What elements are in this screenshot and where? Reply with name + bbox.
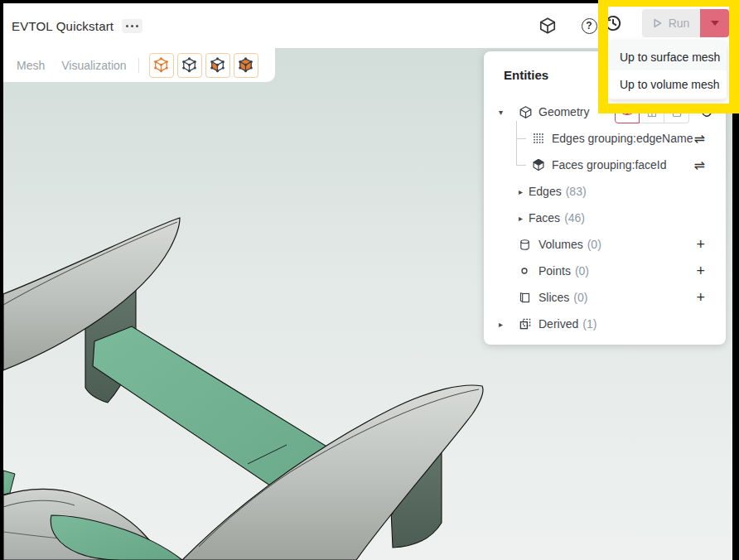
volume-cube-icon-button[interactable] <box>234 53 258 78</box>
tree-row-points[interactable]: Points(0)+ <box>484 258 726 284</box>
tree-row-label: Points <box>539 264 571 278</box>
tree-row-count: (0) <box>587 238 601 251</box>
highlight-box: Run Up to surface meshUp to volume mesh <box>598 0 739 113</box>
run-menu-item[interactable]: Up to volume mesh <box>608 70 727 98</box>
tree-row-count: (46) <box>564 211 585 224</box>
model-cube-icon[interactable] <box>537 15 558 36</box>
tree-row-count: (0) <box>575 264 589 278</box>
tree-row-label: Faces <box>529 211 560 224</box>
tree-row-count: (1) <box>582 317 597 331</box>
derived-icon <box>519 317 539 331</box>
run-dropdown-button[interactable] <box>700 9 729 37</box>
slice-icon <box>519 292 539 304</box>
volume-icon <box>519 239 539 251</box>
point-icon <box>519 265 539 277</box>
tree-row-label: Edges grouping:edgeName <box>552 132 693 145</box>
regroup-swap-icon[interactable]: ⇌ <box>694 157 705 173</box>
tree-row-derived[interactable]: ▸Derived(1) <box>484 311 726 337</box>
surface-cube-icon-button[interactable] <box>205 53 230 78</box>
expand-arrow-icon[interactable]: ▸ <box>497 320 519 329</box>
tree-row-count: (83) <box>566 185 587 198</box>
add-entity-button[interactable]: + <box>696 236 705 253</box>
wireframe-cube-icon-button[interactable] <box>149 53 174 78</box>
play-icon <box>653 18 662 28</box>
collapse-arrow-icon[interactable]: ▾ <box>497 108 519 117</box>
highlight-window: Run Up to surface meshUp to volume mesh <box>608 7 729 104</box>
tree-row-label: Slices <box>539 291 569 304</box>
tree-row-slices[interactable]: Slices(0)+ <box>484 284 726 311</box>
add-entity-button[interactable]: + <box>696 263 705 280</box>
points-cube-icon-button[interactable] <box>177 53 202 78</box>
tree-row-edges[interactable]: ▸Edges(83) <box>484 178 726 205</box>
run-menu-item[interactable]: Up to surface mesh <box>608 43 727 70</box>
help-icon[interactable]: ? <box>578 15 600 36</box>
run-dropdown-menu: Up to surface meshUp to volume mesh <box>608 41 727 99</box>
faces-grouping-icon <box>532 158 552 171</box>
caret-down-icon <box>711 21 719 26</box>
project-title: EVTOL Quickstart <box>12 19 114 33</box>
tree-row-label: Geometry <box>539 105 589 118</box>
tree-row-label: Volumes <box>539 238 583 251</box>
tab-mesh[interactable]: Mesh <box>17 59 45 72</box>
tree-row-edges-grouping[interactable]: Edges grouping:edgeName⇌ <box>484 125 726 152</box>
tree-row-faces[interactable]: ▸Faces(46) <box>484 205 726 231</box>
tree-row-label: Edges <box>529 185 562 198</box>
history-icon[interactable] <box>608 12 624 37</box>
regroup-swap-icon[interactable]: ⇌ <box>694 131 705 147</box>
project-menu-button[interactable] <box>122 19 142 33</box>
tree-row-volumes[interactable]: Volumes(0)+ <box>484 231 726 258</box>
toolbar-divider <box>138 58 139 73</box>
expand-arrow-icon[interactable]: ▸ <box>517 214 529 223</box>
geometry-icon <box>519 105 539 119</box>
tree-row-count: (0) <box>573 291 587 304</box>
run-button-label: Run <box>669 17 690 30</box>
viewport-toolbar: Mesh Visualization <box>3 48 275 82</box>
tree-row-label: Faces grouping:faceId <box>552 158 667 171</box>
left-wing-fragment[interactable] <box>3 471 15 495</box>
tree-row-faces-grouping[interactable]: Faces grouping:faceId⇌ <box>484 152 726 178</box>
run-button[interactable]: Run <box>642 9 700 37</box>
expand-arrow-icon[interactable]: ▸ <box>517 187 529 196</box>
edges-grouping-icon <box>532 132 552 145</box>
add-entity-button[interactable]: + <box>696 289 705 307</box>
tab-visualization[interactable]: Visualization <box>61 59 126 72</box>
tree-row-label: Derived <box>539 317 578 331</box>
